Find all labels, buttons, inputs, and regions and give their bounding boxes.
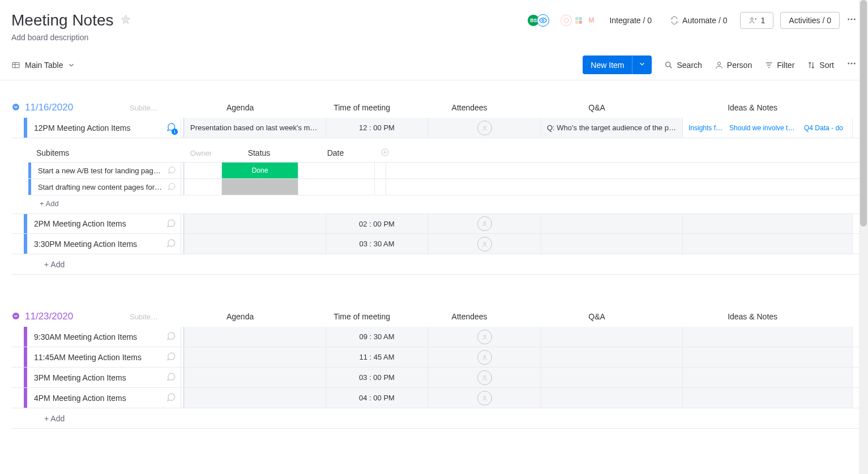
table-row[interactable]: 9:30AM Meeting Action Items 09 : 30 AM — [11, 327, 868, 347]
column-attendees[interactable]: Attendees — [413, 103, 526, 112]
favorite-star-icon[interactable] — [121, 14, 131, 27]
subitem-row[interactable]: Start a new A/B test for landing page b…… — [28, 162, 868, 179]
qa-cell[interactable] — [541, 234, 683, 254]
chat-icon[interactable] — [166, 218, 176, 230]
qa-cell[interactable] — [541, 214, 683, 233]
chat-icon[interactable] — [166, 238, 176, 250]
agenda-cell[interactable] — [185, 234, 326, 254]
item-name[interactable]: 2PM Meeting Action Items — [34, 219, 161, 228]
attendees-cell[interactable] — [428, 214, 541, 233]
agenda-cell[interactable]: Presentation based on last week's mo… — [185, 118, 326, 138]
agenda-cell[interactable] — [185, 347, 326, 367]
qa-cell[interactable] — [541, 368, 683, 387]
item-name[interactable]: 12PM Meeting Action Items — [34, 123, 161, 133]
group-title[interactable]: 11/16/2020 — [25, 102, 73, 113]
time-cell[interactable]: 04 : 00 PM — [326, 388, 428, 408]
avatar-viewer-icon[interactable] — [537, 14, 549, 27]
sub-status-cell[interactable]: Done — [222, 163, 298, 178]
attendees-cell[interactable] — [428, 368, 541, 387]
column-agenda[interactable]: Agenda — [169, 312, 311, 321]
group-add-item[interactable]: + Add — [11, 408, 868, 429]
time-cell[interactable]: 12 : 00 PM — [326, 118, 428, 138]
item-name[interactable]: 4PM Meeting Action Items — [34, 394, 161, 403]
agenda-cell[interactable] — [185, 327, 326, 347]
column-ideas[interactable]: Ideas & Notes — [668, 312, 837, 321]
idea-tag[interactable]: Insights f… — [689, 124, 722, 132]
sub-col-status[interactable]: Status — [221, 148, 297, 157]
person-filter-button[interactable]: Person — [715, 61, 752, 70]
sub-owner-cell[interactable] — [185, 163, 222, 178]
attendees-cell[interactable] — [428, 234, 541, 254]
group-collapse-icon[interactable] — [11, 103, 22, 113]
time-cell[interactable]: 09 : 30 AM — [326, 327, 428, 347]
column-time[interactable]: Time of meeting — [311, 103, 413, 112]
sub-status-cell[interactable] — [222, 179, 298, 195]
scrollbar-thumb[interactable] — [860, 0, 867, 227]
table-row[interactable]: 4PM Meeting Action Items 04 : 00 PM — [11, 388, 868, 408]
avatar-stack[interactable]: BS — [530, 14, 549, 27]
qa-cell[interactable] — [541, 327, 683, 347]
attendees-cell[interactable] — [428, 388, 541, 408]
table-row[interactable]: 11:45AM Meeting Action Items 11 : 45 AM — [11, 347, 868, 368]
chat-icon[interactable] — [166, 351, 176, 363]
table-row[interactable]: 12PM Meeting Action Items 1 Presentation… — [11, 118, 868, 138]
table-row[interactable]: 3PM Meeting Action Items 03 : 00 PM — [11, 368, 868, 388]
column-ideas[interactable]: Ideas & Notes — [668, 103, 837, 112]
item-name[interactable]: 3PM Meeting Action Items — [34, 373, 161, 382]
sub-date-cell[interactable] — [298, 163, 375, 178]
agenda-cell[interactable] — [185, 388, 326, 408]
column-qa[interactable]: Q&A — [526, 312, 668, 321]
item-name[interactable]: 11:45AM Meeting Action Items — [34, 353, 161, 362]
item-name[interactable]: 9:30AM Meeting Action Items — [34, 332, 161, 341]
toolbar-more-icon[interactable] — [846, 58, 857, 71]
qa-cell[interactable] — [541, 347, 683, 367]
column-qa[interactable]: Q&A — [526, 103, 668, 112]
scrollbar[interactable] — [859, 0, 868, 474]
chat-icon[interactable] — [166, 371, 176, 383]
integrate-button[interactable]: Integrate / 0 — [604, 12, 657, 28]
filter-button[interactable]: Filter — [764, 61, 794, 70]
attendees-cell[interactable] — [428, 327, 541, 347]
chevron-down-icon[interactable] — [67, 61, 75, 69]
activities-button[interactable]: Activities / 0 — [780, 12, 840, 29]
sub-owner-cell[interactable] — [185, 179, 222, 195]
column-attendees[interactable]: Attendees — [413, 312, 526, 321]
search-button[interactable]: Search — [664, 61, 702, 70]
agenda-cell[interactable] — [185, 214, 326, 233]
idea-tag[interactable]: Q4 Data - do — [804, 124, 843, 132]
ideas-cell[interactable]: Insights f… Should we involve th… Q4 Dat… — [683, 118, 853, 138]
sub-col-owner[interactable]: Owner — [181, 149, 221, 157]
agenda-cell[interactable] — [185, 368, 326, 387]
attendees-cell[interactable] — [428, 118, 541, 138]
subitem-name[interactable]: Start a new A/B test for landing page b… — [38, 166, 163, 175]
ideas-cell[interactable] — [683, 388, 853, 408]
table-row[interactable]: 3:30PM Meeting Action Items 03 : 30 AM — [11, 234, 868, 254]
ideas-cell[interactable] — [683, 234, 853, 254]
board-title[interactable]: Meeting Notes — [11, 11, 114, 29]
idea-tag[interactable]: Should we involve th… — [729, 124, 797, 132]
column-time[interactable]: Time of meeting — [311, 312, 413, 321]
view-selector[interactable]: Main Table — [11, 61, 75, 70]
subitem-name[interactable]: Start drafting new content pages for cli… — [38, 183, 163, 191]
sort-button[interactable]: Sort — [807, 61, 834, 70]
new-item-caret[interactable] — [632, 55, 652, 74]
members-button[interactable]: 1 — [740, 12, 774, 29]
table-row[interactable]: 2PM Meeting Action Items 02 : 00 PM — [11, 213, 868, 234]
more-icon[interactable] — [846, 14, 857, 27]
new-item-button[interactable]: New Item — [583, 55, 652, 74]
time-cell[interactable]: 11 : 45 AM — [326, 347, 428, 367]
sub-date-cell[interactable] — [298, 179, 375, 195]
automate-button[interactable]: Automate / 0 — [664, 12, 733, 28]
sub-add-column-icon[interactable] — [374, 148, 396, 159]
subitem-row[interactable]: Start drafting new content pages for cli… — [28, 178, 868, 195]
ideas-cell[interactable] — [683, 214, 853, 233]
ideas-cell[interactable] — [683, 347, 853, 367]
group-add-item[interactable]: + Add — [11, 254, 868, 275]
item-name[interactable]: 3:30PM Meeting Action Items — [34, 240, 161, 249]
chat-icon[interactable] — [167, 182, 176, 193]
group-title[interactable]: 11/23/2020 — [25, 311, 73, 322]
column-agenda[interactable]: Agenda — [169, 103, 311, 112]
chat-icon[interactable]: 1 — [166, 122, 176, 134]
time-cell[interactable]: 02 : 00 PM — [326, 214, 428, 233]
sub-col-date[interactable]: Date — [297, 148, 374, 157]
